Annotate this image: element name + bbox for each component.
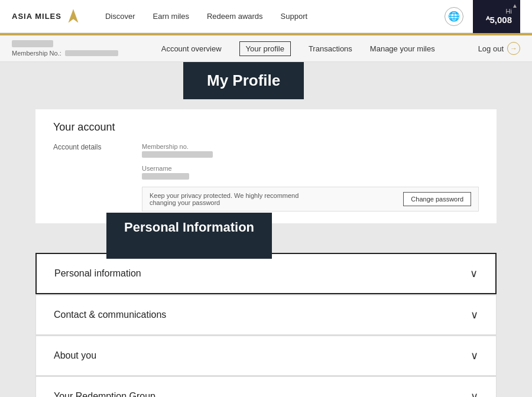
tab-transactions[interactable]: Transactions: [309, 44, 352, 53]
user-info: Membership No.:: [12, 40, 118, 57]
tab-manage-miles[interactable]: Manage your miles: [370, 44, 435, 53]
logout-area: Log out →: [478, 42, 520, 55]
hi-label: Hi: [506, 8, 512, 15]
my-profile-tooltip: My Profile: [183, 62, 304, 99]
accordion-label-contact: Contact & communications: [54, 310, 166, 320]
account-title: Your account: [53, 121, 479, 134]
nav-earn-miles[interactable]: Earn miles: [153, 12, 189, 21]
tab-your-profile[interactable]: Your profile: [239, 41, 291, 56]
chevron-down-icon-about: ∨: [471, 349, 478, 362]
change-password-button[interactable]: Change password: [403, 192, 471, 206]
main-header: ASIA MILES Discover Earn miles Redeem aw…: [0, 0, 532, 33]
membership-number-bar: [65, 50, 118, 56]
accordion-container: Personal information ∨ Contact & communi…: [35, 253, 497, 397]
language-selector-button[interactable]: 🌐: [445, 7, 463, 26]
password-row: Keep your privacy protected. We highly r…: [142, 187, 479, 211]
sub-header: Membership No.: Account overview Your pr…: [0, 35, 532, 62]
accordion-item-contact: Contact & communications ∨: [35, 295, 497, 335]
user-name-bar: [12, 40, 53, 47]
membership-label: Membership No.:: [12, 50, 61, 57]
username-label: Username: [142, 165, 479, 172]
accordion-label-about: About you: [54, 350, 96, 361]
account-details-label: Account details: [53, 143, 118, 211]
password-message: Keep your privacy protected. We highly r…: [150, 192, 303, 206]
nav-redeem-awards[interactable]: Redeem awards: [207, 12, 263, 21]
accordion-item-about: About you ∨: [35, 336, 497, 376]
accordion-label-redemption: Your Redemption Group: [54, 391, 155, 397]
accordion-header-redemption[interactable]: Your Redemption Group ∨: [36, 377, 496, 397]
accordion-header-personal-info[interactable]: Personal information ∨: [37, 254, 495, 293]
username-value-bar: [142, 173, 189, 180]
accordion-label-personal-info: Personal information: [54, 268, 141, 279]
accordion-item-redemption: Your Redemption Group ∨: [35, 376, 497, 397]
logout-circle-icon[interactable]: →: [507, 42, 520, 55]
accordion-header-contact[interactable]: Contact & communications ∨: [36, 295, 496, 334]
logout-link[interactable]: Log out: [478, 44, 504, 53]
chevron-down-icon-personal: ∨: [470, 267, 478, 280]
chevron-down-icon-redemption: ∨: [471, 390, 478, 397]
logo-area: ASIA MILES: [12, 8, 82, 25]
asia-miles-logo-icon: [65, 8, 82, 25]
membership-row: Membership No.:: [12, 50, 118, 57]
main-nav: Discover Earn miles Redeem awards Suppor…: [105, 12, 445, 21]
main-content: My Profile Your account Account details …: [0, 62, 532, 397]
nav-support[interactable]: Support: [281, 12, 308, 21]
account-section: Your account Account details Membership …: [35, 109, 497, 223]
header-right: 🌐 ▲ Hi ᴬ5,008: [445, 0, 520, 33]
personal-info-tooltip: Personal Information: [106, 213, 272, 259]
expand-arrow-icon[interactable]: ▲: [512, 2, 518, 9]
tab-account-overview[interactable]: Account overview: [161, 44, 222, 53]
membership-no-label: Membership no.: [142, 143, 479, 150]
miles-value: ᴬ5,008: [486, 15, 512, 25]
svg-marker-0: [69, 9, 78, 22]
accordion-item-personal-info: Personal information ∨: [35, 253, 497, 294]
account-details-grid: Account details Membership no. Username …: [53, 143, 479, 211]
account-details-fields: Membership no. Username Keep your privac…: [142, 143, 479, 211]
logo-text: ASIA MILES: [12, 12, 61, 21]
accordion-header-about[interactable]: About you ∨: [36, 336, 496, 375]
miles-box: ▲ Hi ᴬ5,008: [473, 0, 520, 33]
nav-discover[interactable]: Discover: [105, 12, 135, 21]
chevron-down-icon-contact: ∨: [471, 308, 478, 321]
membership-no-value-bar: [142, 151, 213, 158]
sub-nav: Account overview Your profile Transactio…: [161, 41, 435, 56]
